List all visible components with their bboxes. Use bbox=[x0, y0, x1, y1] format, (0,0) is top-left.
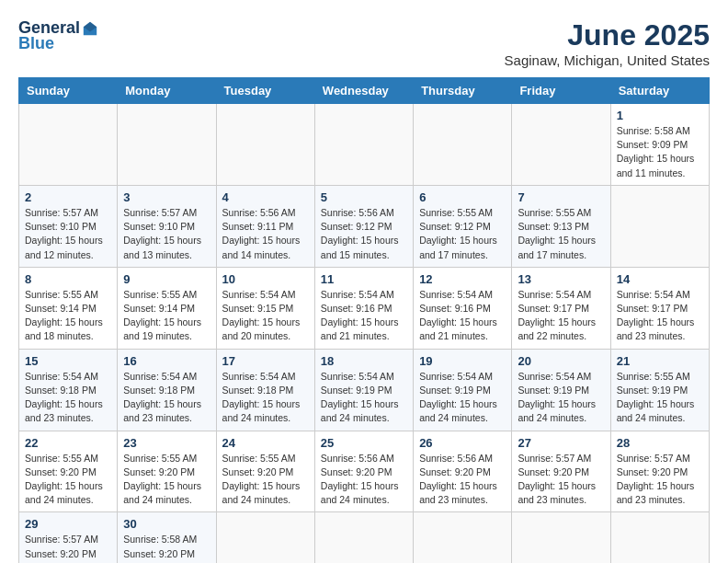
calendar-day-4: 4Sunrise: 5:56 AMSunset: 9:11 PMDaylight… bbox=[216, 185, 314, 267]
day-info: Sunrise: 5:54 AMSunset: 9:17 PMDaylight:… bbox=[518, 288, 604, 344]
calendar-day-30: 30Sunrise: 5:58 AMSunset: 9:20 PMDayligh… bbox=[118, 512, 216, 563]
page-header: General Blue June 2025 Saginaw, Michigan… bbox=[18, 18, 710, 68]
calendar-day-23: 23Sunrise: 5:55 AMSunset: 9:20 PMDayligh… bbox=[118, 431, 216, 512]
calendar-day-28: 28Sunrise: 5:57 AMSunset: 9:20 PMDayligh… bbox=[610, 431, 709, 512]
day-number: 9 bbox=[123, 272, 210, 286]
calendar-day-2: 2Sunrise: 5:57 AMSunset: 9:10 PMDaylight… bbox=[19, 185, 118, 267]
day-info: Sunrise: 5:57 AMSunset: 9:20 PMDaylight:… bbox=[518, 452, 604, 508]
calendar-day-6: 6Sunrise: 5:55 AMSunset: 9:12 PMDaylight… bbox=[414, 185, 512, 267]
day-number: 1 bbox=[617, 109, 703, 122]
day-info: Sunrise: 5:56 AMSunset: 9:20 PMDaylight:… bbox=[321, 452, 407, 508]
calendar-day-29: 29Sunrise: 5:57 AMSunset: 9:20 PMDayligh… bbox=[19, 512, 118, 563]
calendar-day-15: 15Sunrise: 5:54 AMSunset: 9:18 PMDayligh… bbox=[19, 349, 118, 431]
calendar-day-13: 13Sunrise: 5:54 AMSunset: 9:17 PMDayligh… bbox=[512, 267, 610, 349]
day-number: 12 bbox=[419, 272, 506, 286]
calendar-day-10: 10Sunrise: 5:54 AMSunset: 9:15 PMDayligh… bbox=[216, 267, 314, 349]
day-number: 28 bbox=[617, 436, 703, 450]
day-info: Sunrise: 5:57 AMSunset: 9:10 PMDaylight:… bbox=[25, 206, 111, 262]
day-number: 21 bbox=[617, 354, 703, 368]
day-info: Sunrise: 5:58 AMSunset: 9:09 PMDaylight:… bbox=[617, 124, 703, 180]
calendar-day-5: 5Sunrise: 5:56 AMSunset: 9:12 PMDaylight… bbox=[314, 185, 413, 267]
day-number: 6 bbox=[419, 190, 506, 204]
day-number: 7 bbox=[518, 190, 604, 204]
empty-cell bbox=[314, 104, 413, 186]
calendar-day-3: 3Sunrise: 5:57 AMSunset: 9:10 PMDaylight… bbox=[118, 185, 216, 267]
day-info: Sunrise: 5:55 AMSunset: 9:19 PMDaylight:… bbox=[617, 370, 703, 426]
logo-icon bbox=[82, 20, 98, 37]
day-number: 23 bbox=[123, 436, 210, 450]
day-info: Sunrise: 5:55 AMSunset: 9:14 PMDaylight:… bbox=[123, 288, 210, 344]
day-info: Sunrise: 5:54 AMSunset: 9:18 PMDaylight:… bbox=[123, 370, 210, 426]
day-number: 29 bbox=[25, 517, 111, 531]
empty-cell bbox=[610, 512, 709, 563]
calendar-week-6: 29Sunrise: 5:57 AMSunset: 9:20 PMDayligh… bbox=[19, 512, 710, 563]
empty-cell bbox=[414, 104, 512, 186]
day-info: Sunrise: 5:54 AMSunset: 9:16 PMDaylight:… bbox=[321, 288, 407, 344]
day-info: Sunrise: 5:54 AMSunset: 9:16 PMDaylight:… bbox=[419, 288, 506, 344]
day-number: 10 bbox=[222, 272, 309, 286]
day-number: 25 bbox=[321, 436, 407, 450]
empty-cell bbox=[216, 512, 314, 563]
day-info: Sunrise: 5:54 AMSunset: 9:19 PMDaylight:… bbox=[419, 370, 506, 426]
logo: General Blue bbox=[18, 18, 98, 53]
day-number: 18 bbox=[321, 354, 407, 368]
day-info: Sunrise: 5:56 AMSunset: 9:12 PMDaylight:… bbox=[321, 206, 407, 262]
day-info: Sunrise: 5:57 AMSunset: 9:20 PMDaylight:… bbox=[617, 452, 703, 508]
day-info: Sunrise: 5:54 AMSunset: 9:18 PMDaylight:… bbox=[222, 370, 309, 426]
day-number: 5 bbox=[321, 190, 407, 204]
day-number: 3 bbox=[123, 190, 210, 204]
day-info: Sunrise: 5:55 AMSunset: 9:20 PMDaylight:… bbox=[222, 452, 309, 508]
calendar-day-24: 24Sunrise: 5:55 AMSunset: 9:20 PMDayligh… bbox=[216, 431, 314, 512]
calendar-day-7: 7Sunrise: 5:55 AMSunset: 9:13 PMDaylight… bbox=[512, 185, 610, 267]
calendar-day-20: 20Sunrise: 5:54 AMSunset: 9:19 PMDayligh… bbox=[512, 349, 610, 431]
logo-blue: Blue bbox=[18, 34, 54, 52]
weekday-header-friday: Friday bbox=[512, 78, 610, 104]
empty-cell bbox=[414, 512, 512, 563]
calendar-day-11: 11Sunrise: 5:54 AMSunset: 9:16 PMDayligh… bbox=[314, 267, 413, 349]
day-number: 13 bbox=[518, 272, 604, 286]
empty-cell bbox=[610, 185, 709, 267]
day-info: Sunrise: 5:54 AMSunset: 9:17 PMDaylight:… bbox=[617, 288, 703, 344]
day-number: 17 bbox=[222, 354, 309, 368]
calendar-day-9: 9Sunrise: 5:55 AMSunset: 9:14 PMDaylight… bbox=[118, 267, 216, 349]
day-number: 30 bbox=[123, 517, 210, 531]
calendar-week-4: 15Sunrise: 5:54 AMSunset: 9:18 PMDayligh… bbox=[19, 349, 710, 431]
calendar-table: SundayMondayTuesdayWednesdayThursdayFrid… bbox=[18, 77, 710, 563]
day-info: Sunrise: 5:54 AMSunset: 9:15 PMDaylight:… bbox=[222, 288, 309, 344]
weekday-header-sunday: Sunday bbox=[19, 78, 118, 104]
day-number: 26 bbox=[419, 436, 506, 450]
day-number: 2 bbox=[25, 190, 111, 204]
empty-cell bbox=[314, 512, 413, 563]
title-area: June 2025 Saginaw, Michigan, United Stat… bbox=[505, 18, 710, 68]
calendar-day-8: 8Sunrise: 5:55 AMSunset: 9:14 PMDaylight… bbox=[19, 267, 118, 349]
day-info: Sunrise: 5:55 AMSunset: 9:20 PMDaylight:… bbox=[25, 452, 111, 508]
calendar-day-27: 27Sunrise: 5:57 AMSunset: 9:20 PMDayligh… bbox=[512, 431, 610, 512]
day-number: 24 bbox=[222, 436, 309, 450]
weekday-header-row: SundayMondayTuesdayWednesdayThursdayFrid… bbox=[19, 78, 710, 104]
day-number: 16 bbox=[123, 354, 210, 368]
weekday-header-thursday: Thursday bbox=[414, 78, 512, 104]
weekday-header-tuesday: Tuesday bbox=[216, 78, 314, 104]
calendar-day-14: 14Sunrise: 5:54 AMSunset: 9:17 PMDayligh… bbox=[610, 267, 709, 349]
day-number: 11 bbox=[321, 272, 407, 286]
day-number: 20 bbox=[518, 354, 604, 368]
day-info: Sunrise: 5:55 AMSunset: 9:12 PMDaylight:… bbox=[419, 206, 506, 262]
empty-cell bbox=[19, 104, 118, 186]
calendar-day-25: 25Sunrise: 5:56 AMSunset: 9:20 PMDayligh… bbox=[314, 431, 413, 512]
empty-cell bbox=[512, 104, 610, 186]
day-info: Sunrise: 5:54 AMSunset: 9:18 PMDaylight:… bbox=[25, 370, 111, 426]
calendar-week-2: 2Sunrise: 5:57 AMSunset: 9:10 PMDaylight… bbox=[19, 185, 710, 267]
day-number: 14 bbox=[617, 272, 703, 286]
day-info: Sunrise: 5:54 AMSunset: 9:19 PMDaylight:… bbox=[518, 370, 604, 426]
weekday-header-saturday: Saturday bbox=[610, 78, 709, 104]
day-info: Sunrise: 5:55 AMSunset: 9:20 PMDaylight:… bbox=[123, 452, 210, 508]
day-info: Sunrise: 5:58 AMSunset: 9:20 PMDaylight:… bbox=[123, 533, 210, 563]
main-title: June 2025 bbox=[505, 18, 710, 52]
calendar-day-26: 26Sunrise: 5:56 AMSunset: 9:20 PMDayligh… bbox=[414, 431, 512, 512]
calendar-day-21: 21Sunrise: 5:55 AMSunset: 9:19 PMDayligh… bbox=[610, 349, 709, 431]
day-number: 4 bbox=[222, 190, 309, 204]
day-info: Sunrise: 5:57 AMSunset: 9:10 PMDaylight:… bbox=[123, 206, 210, 262]
day-info: Sunrise: 5:56 AMSunset: 9:20 PMDaylight:… bbox=[419, 452, 506, 508]
day-number: 22 bbox=[25, 436, 111, 450]
calendar-day-12: 12Sunrise: 5:54 AMSunset: 9:16 PMDayligh… bbox=[414, 267, 512, 349]
